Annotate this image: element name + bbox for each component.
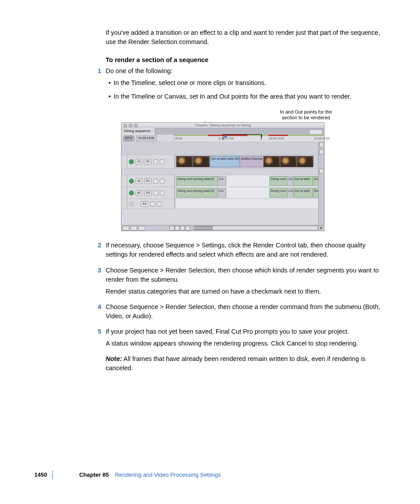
track-body[interactable]: Dining room serving salad W Cro Dining r… <box>175 175 319 187</box>
scroll-arrow-icon[interactable]: ▸ <box>318 225 324 231</box>
step-4: 4 Choose Sequence > Render Selection, th… <box>35 302 385 321</box>
audible-toggle-icon[interactable] <box>129 202 134 206</box>
auto-select-icon[interactable] <box>160 191 165 195</box>
track-header[interactable]: a2 A2 <box>127 187 175 199</box>
zoom-slider[interactable] <box>319 149 324 155</box>
track-header[interactable]: A3 <box>127 199 175 209</box>
tracks-area: v1 V1 Don at table salad WS Additive Dis… <box>122 141 319 225</box>
note-text: All frames that have already been render… <box>106 355 365 372</box>
track-header[interactable]: a1 A1 <box>127 175 175 187</box>
render-bar <box>269 135 288 136</box>
track-height-icon[interactable] <box>175 226 180 231</box>
source-v1[interactable]: v1 <box>136 159 142 164</box>
track-height-icon[interactable] <box>180 226 185 231</box>
audio-track-row: a2 A2 Dining room serving salad W Cro Di… <box>122 187 319 199</box>
figure-callout: In and Out points for the section to be … <box>35 109 385 121</box>
video-track-row: v1 V1 Don at table salad WS Additive Dis… <box>122 155 319 169</box>
toggle-buttons[interactable] <box>122 225 169 231</box>
section-heading: To render a section of a sequence <box>35 55 385 65</box>
sequence-tab[interactable]: Dining sequence <box>122 128 155 136</box>
window-title: Timeline: Dining sequence in Dining <box>195 123 251 127</box>
bullet-icon: • <box>106 92 114 101</box>
toggle-button[interactable] <box>122 226 129 231</box>
video-clip[interactable] <box>176 156 193 167</box>
visibility-toggle-icon[interactable] <box>129 159 134 164</box>
lock-icon[interactable] <box>150 202 155 206</box>
audio-transition[interactable]: Cro <box>217 188 226 198</box>
horizontal-scrollbar[interactable] <box>193 226 318 230</box>
step-5: 5 If your project has not yet been saved… <box>35 327 385 336</box>
scroll-arrow-icon[interactable] <box>319 142 324 147</box>
audio-clip[interactable]: Dining room <box>269 176 289 186</box>
audio-clip[interactable]: Don at table <box>293 176 314 186</box>
auto-select-icon[interactable] <box>157 202 162 206</box>
dest-a2[interactable]: A2 <box>144 190 152 195</box>
intro-paragraph: If you've added a transition or an effec… <box>35 28 385 47</box>
auto-select-icon[interactable] <box>160 179 165 184</box>
step-number: 5 <box>35 327 106 336</box>
audio-clip[interactable]: Dini <box>313 176 319 186</box>
audio-transition[interactable]: Cro <box>217 176 226 186</box>
dest-a1[interactable]: A1 <box>144 178 152 184</box>
auto-select-icon[interactable] <box>160 159 165 164</box>
dest-a3[interactable]: A3 <box>141 201 148 206</box>
toggle-button[interactable] <box>130 226 137 231</box>
step-3: 3 Choose Sequence > Render Selection, th… <box>35 266 385 284</box>
rt-menu[interactable]: RT ▾ <box>123 136 134 141</box>
step-text: If necessary, choose Sequence > Settings… <box>106 241 385 259</box>
audible-toggle-icon[interactable] <box>129 179 134 184</box>
step-text: Choose Sequence > Render Selection, then… <box>106 302 385 321</box>
bullet-list: • In the Timeline, select one or more cl… <box>35 78 385 101</box>
layout-icons[interactable] <box>169 225 191 231</box>
video-clip[interactable] <box>280 156 297 167</box>
track-body[interactable] <box>175 199 319 209</box>
track-body[interactable]: Don at table salad WS Additive Dissolve <box>175 155 319 168</box>
ruler-tick: 01:00:14:00 <box>269 136 284 140</box>
vertical-scrollbar[interactable] <box>318 141 324 225</box>
step-2: 2 If necessary, choose Sequence > Settin… <box>35 241 385 259</box>
audio-clip[interactable]: Don at table <box>293 188 314 198</box>
traffic-lights[interactable] <box>123 124 138 128</box>
video-clip[interactable] <box>263 156 280 167</box>
source-a2[interactable]: a2 <box>136 190 143 195</box>
toggle-button[interactable] <box>138 226 145 231</box>
step-number: 4 <box>35 302 106 321</box>
timecode-field[interactable]: 01:00:16;04 <box>136 136 157 141</box>
lock-icon[interactable] <box>153 191 158 195</box>
step-text: Do one of the following: <box>106 66 385 76</box>
step-text: If your project has not yet been saved, … <box>106 327 385 336</box>
lock-icon[interactable] <box>153 159 158 164</box>
scroll-thumb[interactable] <box>194 226 213 230</box>
track-body[interactable]: Dining room serving salad W Cro Dining r… <box>175 187 319 199</box>
video-clip[interactable] <box>297 156 313 167</box>
ruler-tick: 01:00:21:00 <box>314 136 329 140</box>
audio-clip[interactable]: Dini <box>313 188 319 198</box>
track-header[interactable]: v1 V1 <box>127 155 175 168</box>
track-height-icon[interactable] <box>169 226 174 231</box>
audible-toggle-icon[interactable] <box>129 191 134 195</box>
source-a1[interactable]: a1 <box>136 178 143 184</box>
playhead-icon[interactable] <box>224 136 227 138</box>
step-number: 1 <box>35 66 106 76</box>
video-clip[interactable] <box>193 156 210 167</box>
lock-icon[interactable] <box>153 179 158 184</box>
track-height-icon[interactable] <box>185 226 190 231</box>
audio-track-row: A3 <box>122 199 319 209</box>
footer-divider <box>52 471 53 479</box>
video-clip[interactable]: Don at table salad WS <box>210 156 241 167</box>
transition-clip[interactable]: Additive Dissolve <box>239 156 265 167</box>
step-sub-paragraph: A status window appears showing the rend… <box>35 339 385 348</box>
time-ruler[interactable]: 00:00 01:00:07:00 01:00:14:00 01:00:21:0… <box>174 135 324 142</box>
dest-v1[interactable]: V1 <box>144 159 151 164</box>
toolbar-button[interactable] <box>309 129 322 135</box>
audio-clip[interactable]: Dining room <box>269 188 289 198</box>
audio-clip[interactable]: Dining room serving salad W <box>176 176 219 186</box>
timeline-window: Timeline: Dining sequence in Dining Dini… <box>121 122 324 231</box>
step-text: Choose Sequence > Render Selection, then… <box>106 266 385 284</box>
step-sub-paragraph: Render status categories that are turned… <box>35 287 385 296</box>
tab-bar[interactable]: Dining sequence <box>122 129 324 135</box>
audio-clip[interactable]: Dining room serving salad W <box>176 188 219 198</box>
zoom-slider[interactable] <box>319 169 324 174</box>
note-label: Note: <box>106 355 122 362</box>
in-out-markers[interactable] <box>223 134 262 140</box>
